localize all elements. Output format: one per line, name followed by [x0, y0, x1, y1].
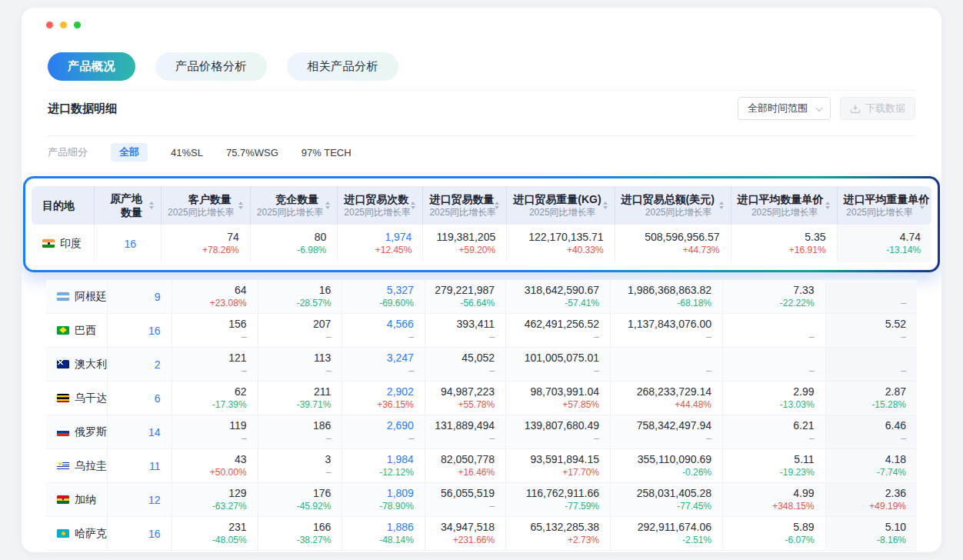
cell-value: 119,381,205: [429, 230, 495, 244]
cell-growth: +23.08%: [178, 297, 247, 310]
cell-growth: -19.23%: [729, 466, 815, 479]
column-subtitle: 2025同比增长率: [429, 206, 488, 218]
cell-value: 82,050,778: [432, 452, 495, 466]
column-title: 进口贸易次数: [344, 192, 404, 206]
column-header-1[interactable]: 原产地数量: [95, 186, 162, 225]
table-row-argentina[interactable]: 阿根廷964+23.08%16-28.57%5,327-69.60%279,22…: [46, 280, 917, 314]
cell-growth: –: [432, 500, 495, 513]
country-name: 乌干达: [75, 392, 107, 404]
column-title: 目的地: [42, 198, 75, 212]
data-cell: 82,050,778+16.46%: [425, 449, 505, 483]
origin-count-cell: 12: [107, 483, 172, 517]
sort-icon[interactable]: [325, 202, 330, 209]
table-row-russia[interactable]: 俄罗斯14119–186–2,690–131,889,494–139,807,6…: [46, 415, 917, 449]
origin-count: 2: [114, 358, 161, 372]
cell-growth: +348.15%: [729, 500, 815, 513]
data-cell: 64+23.08%: [172, 280, 258, 314]
tab-product-overview[interactable]: 产品概况: [48, 52, 135, 81]
table-row-australia[interactable]: 澳大利亚2121–113–3,247–45,052–101,005,075.01…: [46, 348, 917, 382]
cell-value: 5.89: [729, 520, 815, 534]
data-cell: 119–: [172, 415, 258, 449]
cell-value: 131,889,494: [432, 418, 495, 432]
section-header: 进口数据明细 全部时间范围 下载数据: [48, 91, 915, 126]
table-row-uganda[interactable]: 乌干达662-17.39%211-39.71%2,902+36.15%94,98…: [46, 382, 917, 415]
origin-count: 16: [101, 237, 136, 251]
column-header-5[interactable]: 进口贸易数量2025同比增长率: [423, 186, 507, 225]
cell-growth: –: [265, 466, 332, 479]
column-header-6[interactable]: 进口贸易重量(KG)2025同比增长率: [507, 186, 615, 225]
filter-option-all[interactable]: 全部: [111, 143, 148, 162]
destination-cell: 加纳: [46, 483, 107, 517]
filter-option-757wsg[interactable]: 75.7%WSG: [226, 147, 278, 158]
sort-icon[interactable]: [719, 202, 724, 209]
chevron-down-icon: [815, 104, 823, 112]
cell-growth: –: [432, 432, 495, 445]
origin-count-cell: 16: [95, 225, 162, 262]
cell-value: 5.35: [738, 230, 826, 244]
column-header-4[interactable]: 进口贸易次数2025同比增长率: [338, 186, 423, 225]
cell-value: 62: [178, 385, 247, 398]
sort-icon[interactable]: [495, 202, 499, 209]
download-data-button[interactable]: 下载数据: [840, 97, 915, 120]
table-body-section: 阿根廷964+23.08%16-28.57%5,327-69.60%279,22…: [46, 280, 917, 551]
column-title: 进口贸易数量: [429, 192, 488, 206]
table-row-kazakhstan[interactable]: 哈萨克斯坦16231-48.05%166-38.27%1,886-48.14%3…: [46, 517, 917, 551]
destination-cell: 印度: [32, 225, 95, 262]
cell-value: 1,984: [348, 452, 414, 466]
flag-russia-icon: [57, 428, 69, 436]
table-row-brazil[interactable]: 巴西16156–207–4,566–393,411–462,491,256.52…: [46, 314, 917, 348]
data-cell: 5.52–: [825, 314, 917, 348]
cell-growth: +12.45%: [344, 244, 412, 257]
cell-value: 45,052: [432, 351, 495, 365]
column-title: 客户数量: [168, 192, 232, 206]
origin-count: 16: [114, 527, 161, 541]
filter-option-97tech[interactable]: 97% TECH: [302, 147, 352, 158]
tab-product-price-analysis[interactable]: 产品价格分析: [155, 52, 267, 81]
sort-icon[interactable]: [603, 202, 608, 209]
cell-growth: –: [832, 297, 906, 310]
cell-value: 93,591,894.15: [512, 452, 599, 466]
origin-count-cell: 2: [107, 348, 172, 382]
column-header-3[interactable]: 竞企数量2025同比增长率: [250, 186, 337, 225]
data-cell: 45,052–: [425, 348, 505, 382]
data-cell: 5.10-8.16%: [825, 517, 917, 551]
cell-value: 268,233,729.14: [617, 385, 711, 398]
sort-icon[interactable]: [149, 202, 154, 209]
table-row-india[interactable]: 印度1674+78.26%80-6.98%1,974+12.45%119,381…: [32, 225, 931, 262]
tab-bar: 产品概况 产品价格分析 相关产品分析: [48, 8, 915, 81]
sort-icon[interactable]: [411, 202, 415, 209]
cell-value: 80: [257, 230, 326, 244]
data-cell: 129-63.27%: [172, 483, 258, 517]
sort-icon[interactable]: [825, 202, 830, 209]
data-cell: 119,381,205+59.20%: [423, 225, 507, 262]
data-cell: 207–: [258, 314, 342, 348]
cell-value: 74: [168, 230, 239, 244]
table-row-ghana[interactable]: 加纳12129-63.27%176-45.92%1,809-78.90%56,0…: [46, 483, 917, 517]
data-cell: –: [825, 280, 917, 314]
data-cell: 56,055,519–: [425, 483, 505, 517]
cell-growth: –: [729, 432, 815, 445]
origin-count-cell: 16: [107, 517, 172, 551]
cell-value: 122,170,135.71: [513, 230, 603, 244]
data-cell: 758,342,497.94–: [610, 415, 722, 449]
data-cell: –: [723, 314, 826, 348]
data-cell: –: [825, 348, 917, 382]
sort-icon[interactable]: [238, 202, 243, 209]
flag-australia-icon: [57, 360, 69, 368]
filter-label: 产品细分: [48, 145, 88, 159]
column-header-2[interactable]: 客户数量2025同比增长率: [161, 186, 250, 225]
origin-count-cell: 11: [107, 449, 172, 483]
filter-option-41sl[interactable]: 41%SL: [171, 147, 203, 158]
cell-value: [729, 317, 815, 331]
sort-icon[interactable]: [920, 202, 925, 209]
tab-related-product-analysis[interactable]: 相关产品分析: [287, 52, 398, 81]
table-row-uruguay[interactable]: 乌拉圭1143+50.00%3–1,984-12.12%82,050,778+1…: [46, 449, 917, 483]
data-cell: 355,110,090.69-0.26%: [610, 449, 722, 483]
data-cell: 62-17.39%: [172, 382, 258, 415]
column-header-8[interactable]: 进口平均数量单价2025同比增长率: [731, 186, 837, 225]
origin-count: 9: [114, 290, 161, 304]
cell-value: 211: [265, 385, 332, 398]
column-header-7[interactable]: 进口贸易总额(美元)2025同比增长率: [615, 186, 731, 225]
time-range-select[interactable]: 全部时间范围: [738, 97, 831, 120]
column-header-9[interactable]: 进口平均重量单价2025同比增长率: [837, 186, 931, 225]
